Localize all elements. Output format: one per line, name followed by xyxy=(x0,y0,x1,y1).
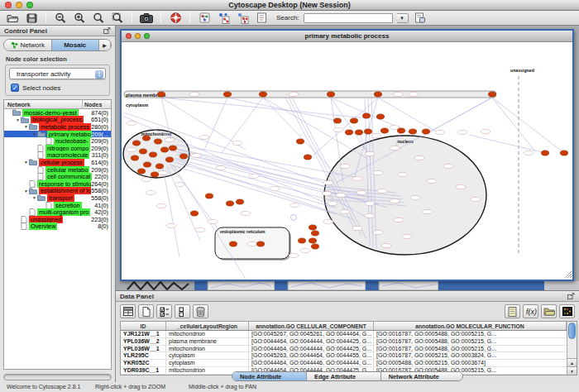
network-label-node[interactable] xyxy=(414,155,424,160)
network-label-node[interactable] xyxy=(249,174,259,178)
table-cell[interactable]: YJR121W__1 xyxy=(121,331,166,337)
scrollbar-thumb[interactable] xyxy=(568,323,576,339)
tree-row[interactable]: nitrogen compo209(0) xyxy=(4,145,111,152)
network-label-node[interactable] xyxy=(373,170,383,174)
network-label-node[interactable] xyxy=(158,170,168,174)
tree-row[interactable]: ▼primary metabo209(... xyxy=(4,131,111,138)
attribute-grid-icon[interactable] xyxy=(120,304,136,318)
network-label-node[interactable] xyxy=(365,213,375,218)
network-node[interactable] xyxy=(488,92,495,97)
help-icon[interactable] xyxy=(168,12,183,25)
expand-triangle-icon[interactable]: ▼ xyxy=(23,160,29,165)
network-label-node[interactable] xyxy=(481,129,490,133)
network-label-node[interactable] xyxy=(289,92,299,96)
network-canvas[interactable]: plasma membrane cytoplasm mitochondrion … xyxy=(122,42,572,280)
network-node[interactable] xyxy=(205,194,213,198)
tab-edge-attribute-browser[interactable]: Edge Attribute Browser xyxy=(307,372,381,380)
select-nodes-checkbox[interactable]: ✓ xyxy=(11,84,19,92)
network-node[interactable] xyxy=(560,151,567,155)
network-label-node[interactable] xyxy=(340,164,350,168)
network-node[interactable] xyxy=(226,201,233,206)
network-label-node[interactable] xyxy=(290,203,300,207)
table-cell[interactable]: mitochondrion xyxy=(166,331,249,337)
network-node[interactable] xyxy=(333,118,341,123)
network-label-node[interactable] xyxy=(247,241,257,246)
network-node[interactable] xyxy=(236,199,243,204)
network-node[interactable] xyxy=(157,92,165,97)
table-row[interactable]: YPL036W__2plasma membrane[GO:0044464, GO… xyxy=(121,338,567,346)
tree-node-label[interactable]: Overview xyxy=(29,222,57,230)
network-label-node[interactable] xyxy=(402,234,412,238)
network-label-node[interactable] xyxy=(323,219,333,223)
network-label-node[interactable] xyxy=(373,230,383,234)
network-label-node[interactable] xyxy=(189,92,199,96)
tree-row[interactable]: multi-organism pro42(0) xyxy=(4,208,111,216)
tree-column-network[interactable]: Network xyxy=(4,100,83,108)
network-label-node[interactable] xyxy=(365,201,375,205)
network-edge[interactable] xyxy=(469,135,545,153)
import-annotation-icon[interactable] xyxy=(197,12,212,25)
network-node[interactable] xyxy=(364,129,371,134)
network-label-node[interactable] xyxy=(352,226,362,230)
table-cell[interactable]: [GO:0044464, GO:0044444, GO:0044425, G..… xyxy=(249,338,374,345)
scroll-down-icon[interactable]: ▼ xyxy=(567,366,577,375)
node-color-dropdown[interactable]: transporter activity ▲▼ xyxy=(9,68,106,79)
network-label-node[interactable] xyxy=(377,189,387,193)
table-row[interactable]: YLR295Ccytoplasm[GO:0045263, GO:0044464,… xyxy=(121,352,567,360)
network-node[interactable] xyxy=(397,128,404,133)
tab-network-attribute-browser[interactable]: Network Attribute Browser xyxy=(381,372,462,380)
network-label-node[interactable] xyxy=(398,172,408,176)
network-label-node[interactable] xyxy=(409,92,419,96)
network-node[interactable] xyxy=(160,147,168,152)
plugin-icon[interactable] xyxy=(254,12,269,25)
expand-triangle-icon[interactable]: ▼ xyxy=(31,131,37,136)
network-node[interactable] xyxy=(229,241,237,246)
network-node[interactable] xyxy=(422,129,429,134)
table-cell[interactable]: [GO:0016787, GO:0005488, GO:0005215, G..… xyxy=(374,346,567,352)
tree-row[interactable]: unassigned223(0) xyxy=(4,216,111,223)
table-cell[interactable]: plasma membrane xyxy=(166,338,249,345)
zoom-out-icon[interactable] xyxy=(53,12,68,25)
network-node[interactable] xyxy=(327,92,334,97)
network-label-node[interactable] xyxy=(175,182,184,186)
table-cell[interactable]: [GO:0005488, GO:0005215, GO:0003674] xyxy=(374,360,567,366)
table-column-header[interactable]: annotation.GO MOLECULAR_FUNCTION xyxy=(374,322,567,330)
network-label-node[interactable] xyxy=(394,218,404,222)
network-label-node[interactable] xyxy=(352,176,362,180)
network-label-node[interactable] xyxy=(524,151,534,155)
search-input[interactable] xyxy=(304,13,393,23)
network-node[interactable] xyxy=(131,155,138,160)
configure-search-icon[interactable] xyxy=(413,12,428,25)
network-label-node[interactable] xyxy=(127,121,136,125)
network-label-node[interactable] xyxy=(390,198,400,203)
new-attribute-icon[interactable] xyxy=(138,304,154,318)
expand-triangle-icon[interactable]: ▼ xyxy=(31,195,37,200)
network-label-node[interactable] xyxy=(390,146,400,150)
tab-overflow-button[interactable]: ▶ xyxy=(99,40,111,50)
vizmap-icon[interactable] xyxy=(216,12,231,25)
import-attributes-icon[interactable] xyxy=(541,304,557,318)
network-label-node[interactable] xyxy=(443,164,453,168)
network-node[interactable] xyxy=(179,154,187,159)
network-node[interactable] xyxy=(311,244,318,249)
network-node[interactable] xyxy=(137,169,145,174)
network-label-node[interactable] xyxy=(199,135,209,139)
table-cell[interactable]: mitochondrion xyxy=(166,346,249,352)
network-edge[interactable] xyxy=(175,158,333,201)
tree-row[interactable]: ▼biological_process651(0) xyxy=(4,117,111,124)
tree-row[interactable]: ▼transport558(0) xyxy=(4,194,111,202)
network-label-node[interactable] xyxy=(340,209,350,213)
table-cell[interactable]: YKR052C xyxy=(121,360,166,366)
save-icon[interactable] xyxy=(24,12,39,25)
network-label-node[interactable] xyxy=(141,177,151,181)
network-label-node[interactable] xyxy=(127,147,136,151)
network-node[interactable] xyxy=(304,155,311,160)
zoom-fit-icon[interactable] xyxy=(91,12,106,25)
network-label-node[interactable] xyxy=(300,248,310,252)
network-node[interactable] xyxy=(541,151,548,155)
tab-node-attribute-browser[interactable]: Node Attribute Browser xyxy=(232,372,307,380)
tree-row[interactable]: response to stimulu264(0) xyxy=(4,180,111,188)
self-loop-edge[interactable] xyxy=(291,215,297,221)
network-label-node[interactable] xyxy=(323,180,333,184)
network-node[interactable] xyxy=(345,130,352,135)
